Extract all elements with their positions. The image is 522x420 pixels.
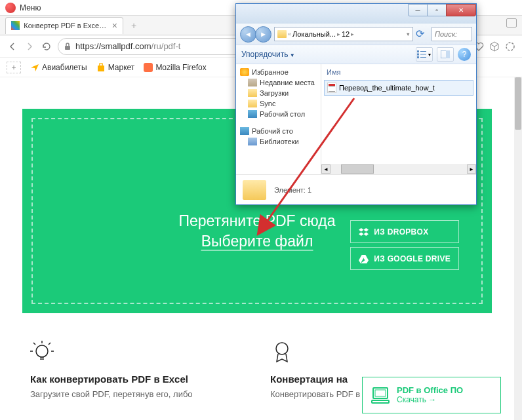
svg-rect-7 (372, 400, 389, 403)
file-list[interactable]: Имя Перевод_the_ultimate_how_t ◄► (321, 64, 476, 174)
dropbox-icon (359, 227, 369, 237)
plane-icon (30, 63, 39, 72)
choose-file-link[interactable]: Выберите файл (201, 232, 313, 250)
close-button[interactable]: ✕ (446, 4, 476, 16)
file-item[interactable]: Перевод_the_ultimate_how_t (324, 80, 473, 96)
bookmark-label: Маркет (108, 63, 135, 72)
dropbox-label: ИЗ DROPBOX (374, 227, 428, 237)
breadcrumb-part[interactable]: Локальный... (292, 30, 336, 38)
promo-link[interactable]: Скачать → (397, 395, 463, 404)
recent-icon (248, 79, 257, 86)
svg-rect-15 (446, 50, 450, 58)
svg-rect-9 (417, 54, 419, 56)
new-tab-button[interactable]: + (126, 19, 142, 32)
bulb-icon (30, 339, 54, 363)
refresh-icon[interactable]: ⟳ (416, 28, 429, 41)
from-gdrive-button[interactable]: ИЗ GOOGLE DRIVE (350, 247, 459, 270)
page-scrollbar[interactable] (514, 77, 522, 420)
organize-menu[interactable]: Упорядочить (241, 50, 295, 59)
promo-box[interactable]: PDF в Office ПО Скачать → (362, 377, 501, 413)
promo-title: PDF в Office ПО (397, 385, 463, 395)
reload-button[interactable] (41, 41, 52, 52)
desktop-icon (248, 110, 257, 118)
folder-icon (277, 30, 287, 38)
tree-libraries[interactable]: Библиотеки (236, 136, 321, 147)
preview-pane-button[interactable] (437, 47, 454, 62)
dialog-titlebar[interactable]: ─ ▫ ✕ (236, 4, 476, 24)
drop-prompt: Перетяните PDF сюда (179, 212, 336, 229)
breadcrumb[interactable]: « Локальный... ▸ 12 ▸ ▾ (274, 27, 413, 41)
tree-recent[interactable]: Недавние места (236, 77, 321, 88)
tree-desktop[interactable]: Рабочий стол (236, 109, 321, 119)
nav-forward-button[interactable]: ► (255, 26, 271, 43)
favicon-icon (11, 21, 20, 30)
bookmark-market[interactable]: Маркет (96, 63, 135, 72)
view-mode-button[interactable]: ▼ (416, 47, 433, 62)
back-button[interactable] (7, 41, 18, 52)
breadcrumb-part[interactable]: 12 (342, 30, 350, 38)
nav-tree[interactable]: Избранное Недавние места Загрузки Sync Р… (236, 64, 321, 174)
dialog-statusbar: Элемент: 1 (236, 174, 476, 204)
svg-point-4 (276, 343, 288, 354)
folder-icon (248, 89, 257, 97)
tree-desktop2[interactable]: Рабочий сто (236, 126, 321, 136)
tree-favorites[interactable]: Избранное (236, 67, 321, 77)
status-text: Элемент: 1 (274, 186, 311, 194)
dialog-nav-bar: ◄ ► « Локальный... ▸ 12 ▸ ▾ ⟳ (236, 24, 476, 45)
svg-rect-8 (417, 50, 419, 52)
computer-icon (371, 385, 390, 405)
column-header-name[interactable]: Имя (324, 67, 473, 80)
extension-icon[interactable] (489, 41, 500, 52)
forward-button[interactable] (24, 41, 35, 52)
url-protocol: https:// (75, 41, 101, 51)
gdrive-icon (359, 254, 369, 263)
badge-icon (270, 339, 294, 363)
sync-icon[interactable] (505, 41, 515, 52)
svg-rect-13 (420, 57, 426, 58)
bookmark-avia[interactable]: Авиабилеты (30, 63, 87, 72)
minimize-button[interactable]: ─ (408, 4, 428, 16)
feature-howto: Как конвертировать PDF в Excel Загрузите… (30, 339, 244, 400)
lock-icon (64, 43, 71, 50)
add-bookmark-button[interactable]: + (7, 62, 21, 73)
star-icon (240, 68, 249, 76)
dialog-body: Избранное Недавние места Загрузки Sync Р… (236, 64, 476, 174)
svg-rect-11 (420, 51, 426, 52)
firefox-icon (144, 63, 153, 72)
opera-icon[interactable] (5, 3, 16, 13)
maximize-button[interactable]: ▫ (427, 4, 447, 16)
feature-title: Как конвертировать PDF в Excel (30, 373, 244, 385)
desktop-icon (240, 127, 249, 135)
browser-tab[interactable]: Конвертер PDF в Excel | S × (5, 17, 123, 34)
side-panel-toggle[interactable] (506, 18, 517, 28)
close-tab-icon[interactable]: × (112, 20, 117, 31)
bookmark-firefox[interactable]: Mozilla Firefox (144, 63, 206, 72)
tree-downloads[interactable]: Загрузки (236, 88, 321, 98)
bookmark-label: Mozilla Firefox (155, 63, 206, 72)
from-dropbox-button[interactable]: ИЗ DROPBOX (350, 220, 459, 243)
help-button[interactable]: ? (458, 48, 471, 61)
svg-rect-2 (98, 66, 104, 71)
folder-icon (243, 180, 266, 200)
url-path: /ru/pdf-t (151, 41, 181, 51)
nav-back-button[interactable]: ◄ (240, 26, 256, 43)
pdf-icon (327, 83, 336, 93)
folder-icon (248, 100, 257, 107)
svg-rect-10 (417, 56, 419, 58)
svg-rect-0 (65, 46, 70, 50)
libraries-icon (248, 138, 257, 145)
bag-icon (96, 63, 106, 72)
gdrive-label: ИЗ GOOGLE DRIVE (374, 254, 451, 263)
bookmark-label: Авиабилеты (42, 63, 87, 72)
file-open-dialog: ─ ▫ ✕ ◄ ► « Локальный... ▸ 12 ▸ ▾ ⟳ Упор… (235, 3, 477, 205)
dialog-toolbar: Упорядочить ▼ ? (236, 45, 476, 64)
menu-label[interactable]: Меню (20, 3, 41, 12)
search-input[interactable] (432, 27, 472, 41)
svg-rect-6 (375, 390, 386, 396)
horizontal-scrollbar[interactable]: ◄► (321, 164, 476, 174)
svg-point-3 (36, 345, 48, 357)
tab-title: Конвертер PDF в Excel | S (24, 22, 107, 29)
tree-sync[interactable]: Sync (236, 98, 321, 109)
svg-point-1 (506, 43, 514, 50)
file-name: Перевод_the_ultimate_how_t (339, 84, 435, 92)
